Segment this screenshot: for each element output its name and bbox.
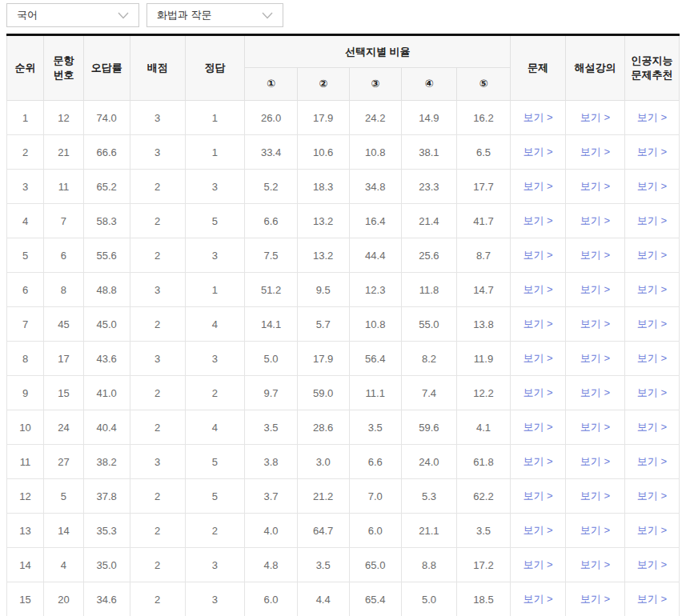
wrong-rate-cell: 58.3 — [83, 204, 130, 238]
points-cell: 2 — [130, 307, 185, 342]
answer-cell: 3 — [185, 170, 245, 204]
view-ai-recommend-link[interactable]: 보기 > — [637, 421, 667, 433]
view-problem-link[interactable]: 보기 > — [523, 249, 552, 261]
view-ai-recommend-link[interactable]: 보기 > — [637, 524, 667, 536]
choice-5-rate-cell: 12.2 — [456, 376, 510, 410]
choice-2-rate-cell: 21.2 — [297, 479, 349, 514]
view-lecture-link-cell: 보기 > — [565, 445, 624, 479]
choice-2-rate-cell: 13.2 — [297, 238, 349, 273]
table-row: 4758.3256.613.216.421.441.7보기 >보기 >보기 > — [7, 204, 680, 238]
view-ai-recommend-link[interactable]: 보기 > — [637, 249, 667, 261]
view-lecture-link[interactable]: 보기 > — [580, 318, 610, 330]
choice-4-rate-cell: 5.0 — [402, 582, 457, 616]
view-problem-link[interactable]: 보기 > — [523, 318, 552, 330]
view-ai-recommend-link[interactable]: 보기 > — [637, 593, 667, 605]
view-lecture-link[interactable]: 보기 > — [580, 524, 610, 536]
subject-dropdown[interactable]: 국어 — [6, 3, 139, 27]
points-cell: 3 — [130, 135, 185, 170]
section-dropdown-value: 화법과 작문 — [157, 8, 212, 22]
view-problem-link[interactable]: 보기 > — [523, 558, 552, 570]
table-row: 5655.6237.513.244.425.68.7보기 >보기 >보기 > — [7, 238, 680, 273]
view-problem-link-cell: 보기 > — [511, 101, 566, 135]
view-ai-recommend-link[interactable]: 보기 > — [637, 490, 667, 502]
view-ai-recommend-link[interactable]: 보기 > — [637, 352, 667, 364]
wrong-rate-cell: 43.6 — [83, 342, 130, 376]
view-ai-recommend-link[interactable]: 보기 > — [637, 146, 667, 158]
view-ai-recommend-link[interactable]: 보기 > — [637, 111, 667, 123]
view-ai-recommend-link-cell: 보기 > — [624, 376, 679, 410]
view-lecture-link[interactable]: 보기 > — [580, 214, 610, 226]
header-lecture: 해설강의 — [565, 35, 624, 101]
wrong-rate-cell: 35.3 — [83, 514, 130, 548]
view-problem-link[interactable]: 보기 > — [523, 352, 552, 364]
choice-3-rate-cell: 65.4 — [349, 582, 402, 616]
view-problem-link-cell: 보기 > — [511, 410, 566, 445]
choice-2-rate-cell: 3.5 — [297, 548, 349, 582]
view-lecture-link[interactable]: 보기 > — [580, 593, 610, 605]
table-row: 131435.3224.064.76.021.13.5보기 >보기 >보기 > — [7, 514, 680, 548]
view-problem-link[interactable]: 보기 > — [523, 386, 552, 398]
view-lecture-link[interactable]: 보기 > — [580, 111, 610, 123]
header-rank: 순위 — [7, 35, 44, 101]
view-ai-recommend-link[interactable]: 보기 > — [637, 283, 667, 295]
choice-4-rate-cell: 14.9 — [402, 101, 457, 135]
header-points: 배점 — [130, 35, 185, 101]
view-lecture-link[interactable]: 보기 > — [580, 490, 610, 502]
view-problem-link[interactable]: 보기 > — [523, 214, 552, 226]
wrong-rate-cell: 35.0 — [83, 548, 130, 582]
view-lecture-link[interactable]: 보기 > — [580, 283, 610, 295]
choice-4-rate-cell: 59.6 — [402, 410, 457, 445]
view-problem-link-cell: 보기 > — [511, 307, 566, 342]
choice-2-rate-cell: 17.9 — [297, 101, 349, 135]
view-problem-link[interactable]: 보기 > — [523, 490, 552, 502]
wrong-rate-cell: 34.6 — [83, 582, 130, 616]
view-lecture-link[interactable]: 보기 > — [580, 352, 610, 364]
view-lecture-link[interactable]: 보기 > — [580, 180, 610, 192]
view-ai-recommend-link[interactable]: 보기 > — [637, 318, 667, 330]
view-ai-recommend-link-cell: 보기 > — [624, 204, 679, 238]
question-no-cell: 45 — [44, 307, 84, 342]
choice-3-rate-cell: 24.2 — [349, 101, 402, 135]
question-no-cell: 5 — [44, 479, 84, 514]
view-problem-link[interactable]: 보기 > — [523, 180, 552, 192]
view-ai-recommend-link[interactable]: 보기 > — [637, 558, 667, 570]
view-ai-recommend-link[interactable]: 보기 > — [637, 180, 667, 192]
wrong-rate-cell: 37.8 — [83, 479, 130, 514]
view-lecture-link[interactable]: 보기 > — [580, 455, 610, 467]
choice-4-rate-cell: 21.4 — [402, 204, 457, 238]
view-problem-link[interactable]: 보기 > — [523, 455, 552, 467]
view-problem-link-cell: 보기 > — [511, 204, 566, 238]
view-problem-link[interactable]: 보기 > — [523, 283, 552, 295]
choice-5-rate-cell: 17.2 — [456, 548, 510, 582]
view-ai-recommend-link[interactable]: 보기 > — [637, 214, 667, 226]
table-row: 74545.02414.15.710.855.013.8보기 >보기 >보기 > — [7, 307, 680, 342]
choice-4-rate-cell: 8.8 — [402, 548, 457, 582]
view-ai-recommend-link[interactable]: 보기 > — [637, 455, 667, 467]
choice-3-rate-cell: 65.0 — [349, 548, 402, 582]
view-lecture-link[interactable]: 보기 > — [580, 386, 610, 398]
header-ai-recommend: 인공지능 문제추천 — [624, 35, 679, 101]
view-problem-link[interactable]: 보기 > — [523, 593, 552, 605]
section-dropdown[interactable]: 화법과 작문 — [146, 3, 283, 27]
view-ai-recommend-link[interactable]: 보기 > — [637, 386, 667, 398]
view-lecture-link[interactable]: 보기 > — [580, 558, 610, 570]
choice-4-rate-cell: 38.1 — [402, 135, 457, 170]
view-problem-link[interactable]: 보기 > — [523, 146, 552, 158]
view-problem-link[interactable]: 보기 > — [523, 421, 552, 433]
view-lecture-link[interactable]: 보기 > — [580, 146, 610, 158]
view-lecture-link[interactable]: 보기 > — [580, 249, 610, 261]
choice-4-rate-cell: 24.0 — [402, 445, 457, 479]
points-cell: 2 — [130, 582, 185, 616]
answer-cell: 2 — [185, 376, 245, 410]
question-no-cell: 27 — [44, 445, 84, 479]
choice-3-rate-cell: 44.4 — [349, 238, 402, 273]
choice-4-rate-cell: 11.8 — [402, 273, 457, 307]
answer-cell: 3 — [185, 582, 245, 616]
points-cell: 2 — [130, 170, 185, 204]
points-cell: 3 — [130, 445, 185, 479]
choice-3-rate-cell: 7.0 — [349, 479, 402, 514]
view-problem-link[interactable]: 보기 > — [523, 524, 552, 536]
view-lecture-link[interactable]: 보기 > — [580, 421, 610, 433]
view-problem-link[interactable]: 보기 > — [523, 111, 552, 123]
rank-cell: 1 — [7, 101, 44, 135]
